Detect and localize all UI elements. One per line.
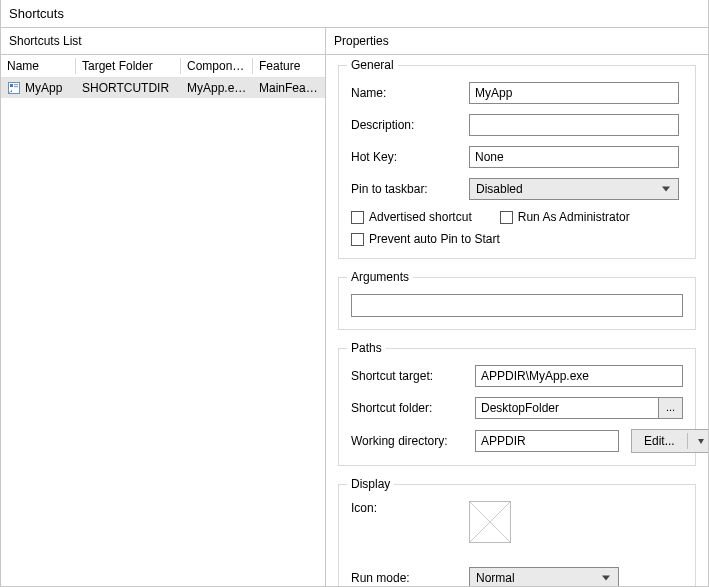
svg-rect-2 [14, 84, 18, 85]
shortcut-icon [7, 81, 21, 95]
window-title: Shortcuts [1, 0, 708, 28]
column-header-component[interactable]: Compone... [181, 55, 253, 77]
working-directory-label: Working directory: [351, 434, 475, 448]
svg-rect-3 [14, 86, 18, 87]
column-header-feature[interactable]: Feature [253, 55, 325, 77]
icon-preview[interactable] [469, 501, 511, 543]
shortcuts-list-panel: Shortcuts List Name Target Folder Compon… [1, 28, 326, 586]
shortcuts-table-header: Name Target Folder Compone... Feature [1, 55, 325, 78]
svg-rect-1 [10, 84, 13, 87]
prevent-pin-checkbox[interactable]: Prevent auto Pin to Start [351, 232, 500, 246]
run-mode-value: Normal [476, 571, 515, 585]
cell-feature: MainFeature [253, 77, 325, 99]
paths-legend: Paths [347, 341, 386, 355]
edit-button[interactable]: Edit... [631, 429, 708, 453]
advertised-label: Advertised shortcut [369, 210, 472, 224]
separator [687, 433, 688, 449]
pin-taskbar-label: Pin to taskbar: [351, 182, 469, 196]
hotkey-label: Hot Key: [351, 150, 469, 164]
arguments-input[interactable] [351, 294, 683, 317]
checkbox-box-icon [500, 211, 513, 224]
general-legend: General [347, 58, 398, 72]
prevent-pin-label: Prevent auto Pin to Start [369, 232, 500, 246]
run-as-admin-label: Run As Administrator [518, 210, 630, 224]
checkbox-box-icon [351, 233, 364, 246]
shortcut-folder-input[interactable] [475, 397, 659, 419]
run-mode-label: Run mode: [351, 571, 469, 585]
shortcuts-window: Shortcuts Shortcuts List Name Target Fol… [0, 0, 709, 587]
general-group: General Name: Description: Hot Key: [338, 65, 696, 259]
paths-group: Paths Shortcut target: Shortcut folder: … [338, 348, 696, 466]
cell-target: SHORTCUTDIR [76, 77, 181, 99]
pin-taskbar-value: Disabled [476, 182, 523, 196]
checkbox-box-icon [351, 211, 364, 224]
chevron-down-icon [698, 439, 704, 444]
display-group: Display Icon: Run mode: Normal [338, 484, 696, 586]
shortcut-folder-label: Shortcut folder: [351, 401, 475, 415]
pin-taskbar-select[interactable]: Disabled [469, 178, 679, 200]
table-row[interactable]: MyApp SHORTCUTDIR MyApp.exe MainFeature [1, 78, 325, 98]
advertised-checkbox[interactable]: Advertised shortcut [351, 210, 472, 224]
browse-folder-button[interactable]: ... [659, 397, 683, 419]
run-mode-select[interactable]: Normal [469, 567, 619, 586]
properties-body: General Name: Description: Hot Key: [326, 55, 708, 586]
edit-button-label: Edit... [644, 434, 675, 448]
main-area: Shortcuts List Name Target Folder Compon… [1, 28, 708, 586]
arguments-legend: Arguments [347, 270, 413, 284]
cell-name-text: MyApp [25, 81, 62, 95]
description-input[interactable] [469, 114, 679, 136]
working-directory-input[interactable] [475, 430, 619, 452]
name-label: Name: [351, 86, 469, 100]
shortcuts-list-header: Shortcuts List [1, 28, 325, 55]
column-header-target-folder[interactable]: Target Folder [76, 55, 181, 77]
properties-panel: Properties General Name: Description: Ho… [326, 28, 708, 586]
shortcut-target-input[interactable] [475, 365, 683, 387]
arguments-group: Arguments [338, 277, 696, 330]
name-input[interactable] [469, 82, 679, 104]
column-header-name[interactable]: Name [1, 55, 76, 77]
icon-label: Icon: [351, 501, 469, 515]
cell-component: MyApp.exe [181, 77, 253, 99]
properties-header: Properties [326, 28, 708, 55]
description-label: Description: [351, 118, 469, 132]
hotkey-input[interactable] [469, 146, 679, 168]
cell-name: MyApp [1, 77, 76, 99]
run-as-admin-checkbox[interactable]: Run As Administrator [500, 210, 630, 224]
shortcut-target-label: Shortcut target: [351, 369, 475, 383]
shortcuts-table-body: MyApp SHORTCUTDIR MyApp.exe MainFeature [1, 78, 325, 98]
display-legend: Display [347, 477, 394, 491]
